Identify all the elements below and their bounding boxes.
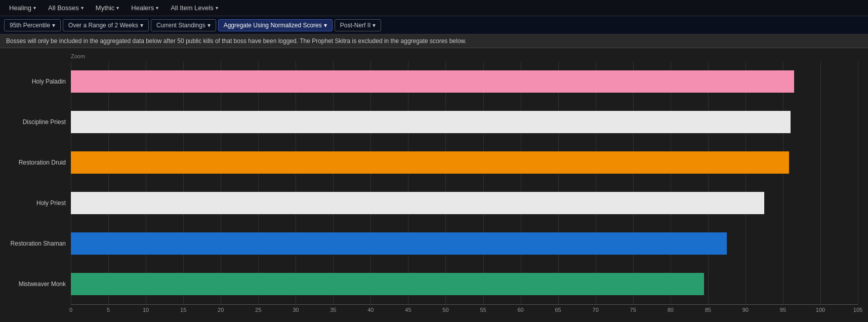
x-tick: 65 bbox=[555, 307, 561, 313]
x-axis: 0510152025303540455055606570758085909510… bbox=[71, 304, 858, 319]
btn-standings[interactable]: Current Standings ▾ bbox=[151, 19, 216, 31]
x-tick: 40 bbox=[367, 307, 374, 313]
nav-healers-caret: ▾ bbox=[156, 5, 158, 11]
nav-healing[interactable]: Healing ▾ bbox=[4, 2, 41, 14]
x-tick: 75 bbox=[630, 307, 636, 313]
top-nav: Healing ▾ All Bosses ▾ Mythic ▾ Healers … bbox=[0, 0, 868, 16]
bar-wrapper bbox=[71, 232, 858, 255]
btn-weeks[interactable]: Over a Range of 2 Weeks ▾ bbox=[63, 19, 149, 31]
zoom-label: Zoom bbox=[71, 53, 868, 59]
bar-wrapper bbox=[71, 151, 858, 174]
grid-line bbox=[858, 61, 858, 304]
btn-weeks-label: Over a Range of 2 Weeks bbox=[68, 22, 138, 29]
x-tick: 105 bbox=[853, 307, 862, 313]
nav-all-bosses-label: All Bosses bbox=[48, 4, 79, 12]
nav-all-bosses-caret: ▾ bbox=[81, 5, 84, 11]
x-tick: 100 bbox=[816, 307, 825, 313]
bar-row: Mistweaver Monk bbox=[71, 264, 858, 304]
nav-all-item-levels-caret: ▾ bbox=[216, 5, 218, 11]
bar-row: Holy Priest bbox=[71, 183, 858, 223]
nav-mythic-label: Mythic bbox=[96, 4, 115, 12]
bar-row: Discipline Priest bbox=[71, 102, 858, 142]
bar-fill[interactable] bbox=[71, 192, 764, 214]
bar-label: Discipline Priest bbox=[0, 118, 66, 126]
nav-healing-caret: ▾ bbox=[33, 5, 36, 11]
second-nav: 95th Percentile ▾ Over a Range of 2 Week… bbox=[0, 16, 868, 34]
btn-aggregate[interactable]: Aggregate Using Normalized Scores ▾ bbox=[218, 19, 333, 31]
btn-post-nerf-label: Post-Nerf II bbox=[340, 22, 371, 29]
bar-wrapper bbox=[71, 111, 858, 133]
x-tick: 20 bbox=[218, 307, 224, 313]
btn-standings-label: Current Standings bbox=[156, 22, 205, 29]
nav-mythic[interactable]: Mythic ▾ bbox=[91, 2, 125, 14]
x-tick: 35 bbox=[330, 307, 336, 313]
btn-aggregate-label: Aggregate Using Normalized Scores bbox=[224, 22, 322, 29]
bar-wrapper bbox=[71, 273, 858, 295]
bar-row: Holy Paladin bbox=[71, 61, 858, 102]
bar-fill[interactable] bbox=[71, 111, 791, 133]
nav-healing-label: Healing bbox=[9, 4, 31, 12]
nav-all-item-levels-label: All Item Levels bbox=[171, 4, 214, 12]
x-tick: 95 bbox=[780, 307, 786, 313]
nav-healers-label: Healers bbox=[131, 4, 154, 12]
chart-inner: Holy PaladinDiscipline PriestRestoration… bbox=[71, 61, 858, 304]
nav-healers[interactable]: Healers ▾ bbox=[126, 2, 163, 14]
bar-row: Restoration Shaman bbox=[71, 223, 858, 264]
x-tick: 80 bbox=[668, 307, 674, 313]
btn-percentile[interactable]: 95th Percentile ▾ bbox=[4, 19, 61, 31]
x-tick: 25 bbox=[255, 307, 261, 313]
x-tick: 60 bbox=[517, 307, 523, 313]
x-tick: 30 bbox=[293, 307, 299, 313]
bar-fill[interactable] bbox=[71, 273, 704, 295]
x-tick: 0 bbox=[69, 307, 72, 313]
x-tick: 45 bbox=[405, 307, 411, 313]
bar-label: Mistweaver Monk bbox=[0, 280, 66, 288]
bar-fill[interactable] bbox=[71, 151, 789, 174]
x-tick: 5 bbox=[107, 307, 110, 313]
chart-container: Zoom Holy PaladinDiscipline PriestRestor… bbox=[0, 48, 868, 322]
btn-post-nerf[interactable]: Post-Nerf II ▾ bbox=[335, 19, 382, 31]
btn-percentile-label: 95th Percentile bbox=[10, 22, 50, 29]
bar-wrapper bbox=[71, 192, 858, 214]
bar-row: Restoration Druid bbox=[71, 142, 858, 183]
bar-wrapper bbox=[71, 70, 858, 93]
bar-label: Holy Paladin bbox=[0, 78, 66, 85]
nav-all-bosses[interactable]: All Bosses ▾ bbox=[43, 2, 89, 14]
x-tick: 15 bbox=[180, 307, 186, 313]
bar-fill[interactable] bbox=[71, 70, 794, 93]
info-text: Bosses will only be included in the aggr… bbox=[6, 37, 467, 45]
nav-mythic-caret: ▾ bbox=[116, 5, 119, 11]
x-tick: 85 bbox=[705, 307, 711, 313]
x-tick: 10 bbox=[143, 307, 149, 313]
bar-label: Holy Priest bbox=[0, 199, 66, 207]
nav-all-item-levels[interactable]: All Item Levels ▾ bbox=[166, 2, 223, 14]
bar-fill[interactable] bbox=[71, 232, 727, 255]
x-tick: 70 bbox=[593, 307, 599, 313]
bar-label: Restoration Druid bbox=[0, 159, 66, 166]
x-tick: 55 bbox=[480, 307, 486, 313]
bar-label: Restoration Shaman bbox=[0, 240, 66, 247]
bars-container: Holy PaladinDiscipline PriestRestoration… bbox=[71, 61, 858, 304]
x-tick: 90 bbox=[742, 307, 749, 313]
x-tick: 50 bbox=[442, 307, 448, 313]
info-bar: Bosses will only be included in the aggr… bbox=[0, 34, 868, 48]
